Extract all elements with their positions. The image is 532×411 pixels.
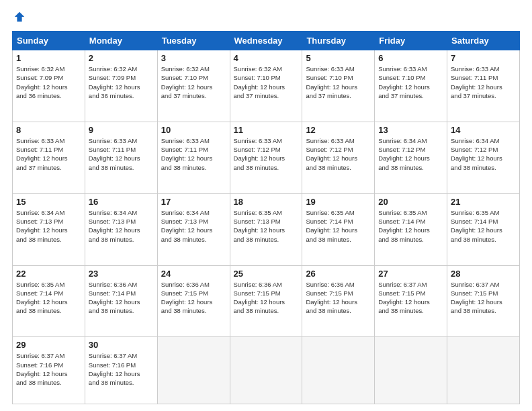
calendar-day-cell: 16Sunrise: 6:34 AM Sunset: 7:13 PM Dayli… [85,193,157,265]
day-number: 14 [451,125,516,135]
calendar-week-row: 15Sunrise: 6:34 AM Sunset: 7:13 PM Dayli… [13,193,520,265]
day-number: 26 [306,269,371,279]
day-info: Sunrise: 6:35 AM Sunset: 7:14 PM Dayligh… [16,280,81,316]
day-number: 9 [89,125,154,135]
calendar-day-cell [447,337,520,404]
calendar-day-cell: 14Sunrise: 6:34 AM Sunset: 7:12 PM Dayli… [447,122,520,193]
day-number: 30 [89,340,154,350]
calendar-day-header: Saturday [447,32,520,50]
calendar-day-cell: 9Sunrise: 6:33 AM Sunset: 7:11 PM Daylig… [85,122,157,193]
day-info: Sunrise: 6:32 AM Sunset: 7:09 PM Dayligh… [16,64,81,100]
day-info: Sunrise: 6:33 AM Sunset: 7:12 PM Dayligh… [234,136,299,172]
calendar-day-cell: 3Sunrise: 6:32 AM Sunset: 7:10 PM Daylig… [157,50,230,122]
calendar-day-cell: 24Sunrise: 6:36 AM Sunset: 7:15 PM Dayli… [157,265,230,337]
day-info: Sunrise: 6:37 AM Sunset: 7:16 PM Dayligh… [89,351,154,387]
day-info: Sunrise: 6:34 AM Sunset: 7:12 PM Dayligh… [451,136,516,172]
day-info: Sunrise: 6:37 AM Sunset: 7:15 PM Dayligh… [451,280,516,316]
calendar-day-cell [302,337,375,404]
day-number: 23 [89,269,154,279]
day-number: 18 [234,197,299,207]
calendar-day-cell: 8Sunrise: 6:33 AM Sunset: 7:11 PM Daylig… [13,122,85,193]
calendar-day-cell: 1Sunrise: 6:32 AM Sunset: 7:09 PM Daylig… [13,50,85,122]
day-number: 13 [378,125,443,135]
day-info: Sunrise: 6:32 AM Sunset: 7:09 PM Dayligh… [89,64,154,100]
day-number: 11 [234,125,299,135]
day-info: Sunrise: 6:33 AM Sunset: 7:11 PM Dayligh… [161,136,226,172]
day-number: 4 [234,53,299,63]
day-info: Sunrise: 6:37 AM Sunset: 7:15 PM Dayligh… [378,280,443,316]
day-number: 19 [306,197,371,207]
day-number: 28 [451,269,516,279]
day-info: Sunrise: 6:33 AM Sunset: 7:10 PM Dayligh… [306,64,371,100]
day-number: 15 [16,197,81,207]
day-number: 17 [161,197,226,207]
calendar-day-cell: 10Sunrise: 6:33 AM Sunset: 7:11 PM Dayli… [157,122,230,193]
page: SundayMondayTuesdayWednesdayThursdayFrid… [0,0,532,411]
day-number: 24 [161,269,226,279]
day-number: 22 [16,269,81,279]
day-info: Sunrise: 6:35 AM Sunset: 7:14 PM Dayligh… [451,208,516,244]
day-number: 21 [451,197,516,207]
day-number: 16 [89,197,154,207]
calendar-day-cell: 18Sunrise: 6:35 AM Sunset: 7:13 PM Dayli… [230,193,302,265]
calendar-body: 1Sunrise: 6:32 AM Sunset: 7:09 PM Daylig… [13,50,520,404]
calendar-header-row: SundayMondayTuesdayWednesdayThursdayFrid… [13,32,520,50]
calendar-day-header: Wednesday [230,32,302,50]
day-number: 25 [234,269,299,279]
calendar-day-cell: 22Sunrise: 6:35 AM Sunset: 7:14 PM Dayli… [13,265,85,337]
header [12,12,520,24]
calendar-day-cell: 26Sunrise: 6:36 AM Sunset: 7:15 PM Dayli… [302,265,375,337]
calendar-day-cell [375,337,447,404]
svg-marker-0 [15,12,24,21]
logo-icon [13,11,26,23]
day-number: 10 [161,125,226,135]
day-info: Sunrise: 6:34 AM Sunset: 7:13 PM Dayligh… [161,208,226,244]
calendar-day-header: Sunday [13,32,85,50]
calendar-day-cell: 15Sunrise: 6:34 AM Sunset: 7:13 PM Dayli… [13,193,85,265]
day-info: Sunrise: 6:34 AM Sunset: 7:12 PM Dayligh… [378,136,443,172]
calendar-day-cell: 5Sunrise: 6:33 AM Sunset: 7:10 PM Daylig… [302,50,375,122]
day-number: 29 [16,340,81,350]
day-info: Sunrise: 6:36 AM Sunset: 7:15 PM Dayligh… [161,280,226,316]
calendar-day-cell: 19Sunrise: 6:35 AM Sunset: 7:14 PM Dayli… [302,193,375,265]
calendar-day-cell: 6Sunrise: 6:33 AM Sunset: 7:10 PM Daylig… [375,50,447,122]
day-number: 20 [378,197,443,207]
calendar-day-cell: 13Sunrise: 6:34 AM Sunset: 7:12 PM Dayli… [375,122,447,193]
day-info: Sunrise: 6:32 AM Sunset: 7:10 PM Dayligh… [234,64,299,100]
calendar-table: SundayMondayTuesdayWednesdayThursdayFrid… [12,31,520,404]
calendar-day-cell: 29Sunrise: 6:37 AM Sunset: 7:16 PM Dayli… [13,337,85,404]
day-info: Sunrise: 6:35 AM Sunset: 7:14 PM Dayligh… [378,208,443,244]
calendar-day-cell [157,337,230,404]
calendar-day-header: Tuesday [157,32,230,50]
calendar-day-cell: 20Sunrise: 6:35 AM Sunset: 7:14 PM Dayli… [375,193,447,265]
calendar-day-cell: 27Sunrise: 6:37 AM Sunset: 7:15 PM Dayli… [375,265,447,337]
calendar-day-cell: 21Sunrise: 6:35 AM Sunset: 7:14 PM Dayli… [447,193,520,265]
day-info: Sunrise: 6:34 AM Sunset: 7:13 PM Dayligh… [16,208,81,244]
calendar-day-header: Friday [375,32,447,50]
day-number: 7 [451,53,516,63]
day-number: 2 [89,53,154,63]
day-info: Sunrise: 6:35 AM Sunset: 7:13 PM Dayligh… [234,208,299,244]
day-number: 1 [16,53,81,63]
calendar-day-cell: 25Sunrise: 6:36 AM Sunset: 7:15 PM Dayli… [230,265,302,337]
calendar-day-cell: 12Sunrise: 6:33 AM Sunset: 7:12 PM Dayli… [302,122,375,193]
day-number: 6 [378,53,443,63]
calendar-week-row: 1Sunrise: 6:32 AM Sunset: 7:09 PM Daylig… [13,50,520,122]
day-info: Sunrise: 6:34 AM Sunset: 7:13 PM Dayligh… [89,208,154,244]
day-info: Sunrise: 6:33 AM Sunset: 7:11 PM Dayligh… [16,136,81,172]
day-info: Sunrise: 6:33 AM Sunset: 7:11 PM Dayligh… [89,136,154,172]
calendar-day-cell: 2Sunrise: 6:32 AM Sunset: 7:09 PM Daylig… [85,50,157,122]
logo [12,12,26,24]
day-info: Sunrise: 6:37 AM Sunset: 7:16 PM Dayligh… [16,351,81,387]
day-info: Sunrise: 6:36 AM Sunset: 7:15 PM Dayligh… [234,280,299,316]
day-info: Sunrise: 6:36 AM Sunset: 7:14 PM Dayligh… [89,280,154,316]
day-number: 12 [306,125,371,135]
calendar-day-cell: 30Sunrise: 6:37 AM Sunset: 7:16 PM Dayli… [85,337,157,404]
calendar-week-row: 22Sunrise: 6:35 AM Sunset: 7:14 PM Dayli… [13,265,520,337]
day-info: Sunrise: 6:33 AM Sunset: 7:11 PM Dayligh… [451,64,516,100]
day-info: Sunrise: 6:32 AM Sunset: 7:10 PM Dayligh… [161,64,226,100]
calendar-day-cell [230,337,302,404]
calendar-day-header: Thursday [302,32,375,50]
day-info: Sunrise: 6:35 AM Sunset: 7:14 PM Dayligh… [306,208,371,244]
day-number: 8 [16,125,81,135]
